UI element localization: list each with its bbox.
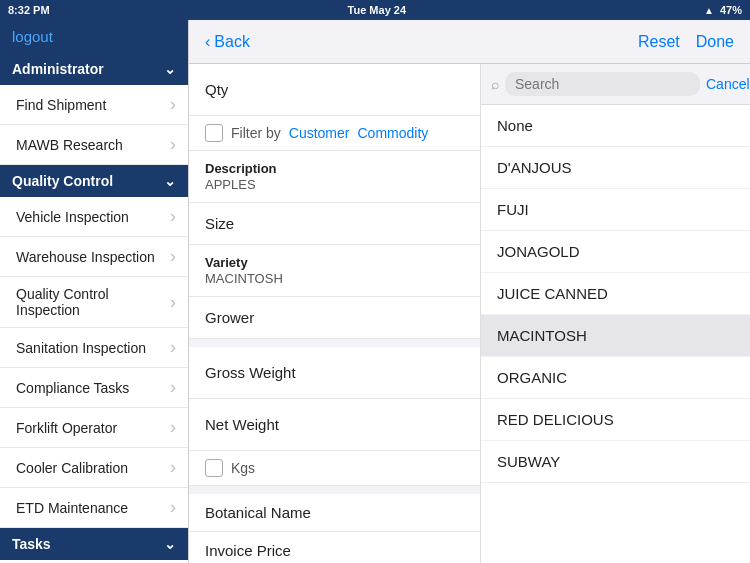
chevron-right-icon <box>170 292 176 313</box>
dropdown-item[interactable]: SUBWAY <box>481 441 750 483</box>
cancel-button[interactable]: Cancel <box>706 76 750 92</box>
dropdown-item[interactable]: JUICE CANNED <box>481 273 750 315</box>
kgs-label: Kgs <box>231 460 255 476</box>
chevron-right-icon <box>170 377 176 398</box>
sidebar-item-quality-control-inspection[interactable]: Quality Control Inspection <box>0 277 188 328</box>
reset-button[interactable]: Reset <box>638 33 680 51</box>
qty-label: Qty <box>205 81 228 98</box>
logout-button[interactable]: logout <box>0 20 188 53</box>
back-label: Back <box>214 33 250 51</box>
sidebar-section-label: Tasks <box>12 536 51 552</box>
dropdown-item[interactable]: JONAGOLD <box>481 231 750 273</box>
description-label: Description <box>205 161 277 176</box>
chevron-right-icon <box>170 417 176 438</box>
variety-value: MACINTOSH <box>205 271 283 286</box>
sidebar-item-mawb-research[interactable]: MAWB Research <box>0 125 188 165</box>
chevron-down-icon <box>164 173 176 189</box>
chevron-down-icon <box>164 61 176 77</box>
dropdown-overlay: ⌕ Cancel NoneD'ANJOUSFUJIJONAGOLDJUICE C… <box>480 64 750 563</box>
dropdown-item[interactable]: RED DELICIOUS <box>481 399 750 441</box>
sidebar-item-find-shipment[interactable]: Find Shipment <box>0 85 188 125</box>
sidebar-item-compliance-tasks[interactable]: Compliance Tasks <box>0 368 188 408</box>
status-bar: 8:32 PM Tue May 24 47% <box>0 0 750 20</box>
status-day: Tue May 24 <box>348 4 407 16</box>
sidebar-item-cooler-calibration[interactable]: Cooler Calibration <box>0 448 188 488</box>
dropdown-item[interactable]: ORGANIC <box>481 357 750 399</box>
dropdown-list: NoneD'ANJOUSFUJIJONAGOLDJUICE CANNEDMACI… <box>481 105 750 563</box>
net-weight-label: Net Weight <box>205 416 279 433</box>
chevron-right-icon <box>170 94 176 115</box>
sidebar: logout Administrator Find Shipment MAWB … <box>0 20 189 563</box>
filter-commodity-link[interactable]: Commodity <box>357 125 428 141</box>
sidebar-item-forklift-operator[interactable]: Forklift Operator <box>0 408 188 448</box>
chevron-right-icon <box>170 337 176 358</box>
sidebar-section-tasks[interactable]: Tasks <box>0 528 188 560</box>
chevron-right-icon <box>170 206 176 227</box>
chevron-down-icon <box>164 536 176 552</box>
chevron-right-icon <box>170 457 176 478</box>
search-icon: ⌕ <box>491 76 499 92</box>
sidebar-section-administrator[interactable]: Administrator <box>0 53 188 85</box>
gross-weight-label: Gross Weight <box>205 364 296 381</box>
filter-customer-link[interactable]: Customer <box>289 125 350 141</box>
chevron-right-icon <box>170 497 176 518</box>
botanical-name-label: Botanical Name <box>205 504 311 521</box>
sidebar-section-quality-control[interactable]: Quality Control <box>0 165 188 197</box>
variety-label: Variety <box>205 255 283 270</box>
done-button[interactable]: Done <box>696 33 734 51</box>
sidebar-item-sanitation-inspection[interactable]: Sanitation Inspection <box>0 328 188 368</box>
description-value: APPLES <box>205 177 277 192</box>
wifi-icon <box>704 4 714 16</box>
grower-label: Grower <box>205 309 254 326</box>
dropdown-item[interactable]: FUJI <box>481 189 750 231</box>
status-time: 8:32 PM <box>8 4 50 16</box>
sidebar-item-warehouse-inspection[interactable]: Warehouse Inspection <box>0 237 188 277</box>
sidebar-item-etd-maintenance[interactable]: ETD Maintenance <box>0 488 188 528</box>
invoice-price-label: Invoice Price <box>205 542 291 559</box>
dropdown-search-bar: ⌕ Cancel <box>481 64 750 105</box>
back-button[interactable]: ‹ Back <box>205 33 250 51</box>
dropdown-item[interactable]: None <box>481 105 750 147</box>
kgs-checkbox[interactable] <box>205 459 223 477</box>
top-nav: ‹ Back Reset Done <box>189 20 750 64</box>
chevron-right-icon <box>170 134 176 155</box>
sidebar-item-vehicle-inspection[interactable]: Vehicle Inspection <box>0 197 188 237</box>
dropdown-search-input[interactable] <box>505 72 700 96</box>
sidebar-section-label: Quality Control <box>12 173 113 189</box>
filter-label: Filter by <box>231 125 281 141</box>
sidebar-section-label: Administrator <box>12 61 104 77</box>
battery-indicator: 47% <box>720 4 742 16</box>
dropdown-item[interactable]: MACINTOSH <box>481 315 750 357</box>
dropdown-item[interactable]: D'ANJOUS <box>481 147 750 189</box>
size-label: Size <box>205 215 234 232</box>
back-chevron-icon: ‹ <box>205 33 210 51</box>
chevron-right-icon <box>170 246 176 267</box>
filter-checkbox[interactable] <box>205 124 223 142</box>
